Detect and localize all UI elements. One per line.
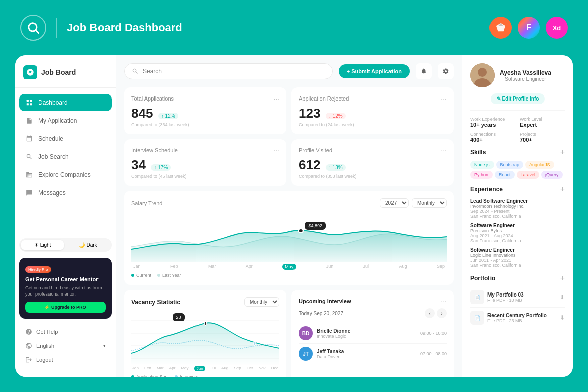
period-select[interactable]: MonthlyWeekly [412, 198, 447, 208]
logo[interactable] [20, 15, 46, 41]
interview-avatar-1: JT [299, 347, 313, 361]
pstat-work-level: Work Level Expert [520, 117, 565, 128]
get-help-link[interactable]: Get Help [19, 325, 112, 339]
sketch-icon[interactable] [489, 17, 512, 39]
page-title: Job Board Dashboard [67, 21, 182, 34]
skills-add-btn[interactable]: + [560, 148, 565, 157]
stat-menu-3[interactable]: ··· [441, 146, 447, 154]
skill-react: React [495, 171, 515, 179]
vacancy-chart: 28 [131, 311, 279, 366]
dashboard-icon [25, 99, 33, 107]
vacancy-interview-row: Vacancy Statistic MonthlyWeekly [124, 290, 454, 377]
sidebar-label-schedule: Schedule [38, 135, 63, 142]
profile-section: Ayesha Vassilieva Software Engineer ✎ Ed… [470, 63, 565, 111]
vacancy-tooltip: 28 [173, 313, 185, 321]
interview-nav: ‹ › [425, 308, 447, 318]
interview-menu[interactable]: ··· [441, 297, 447, 305]
experience-add-btn[interactable]: + [560, 185, 565, 194]
skill-nodejs: Node.js [470, 161, 494, 169]
stat-application-rejected: Application Rejected ··· 123 ↓ 12% Compa… [291, 87, 454, 134]
stat-value-1: 123 [299, 106, 320, 121]
figma-icon[interactable]: F [518, 17, 540, 39]
chevron-down-icon: ▾ [103, 343, 106, 348]
logout-link[interactable]: Logout [19, 353, 112, 367]
search-wrap[interactable] [124, 63, 333, 79]
portfolio-icon-0: 📄 [470, 290, 484, 304]
interview-avatar-0: BD [299, 326, 313, 340]
portfolio-item-0: 📄 My Portfolio 03 File PDF · 10 MB ⬇ [470, 287, 565, 308]
experience-list: Lead Software Engineer Invormoon Technol… [470, 198, 565, 268]
brand-icon [23, 65, 37, 79]
pstat-projects: Projects 700+ [520, 132, 565, 143]
portfolio-info-0: My Portfolio 03 File PDF · 10 MB [487, 292, 560, 303]
profile-role: Software Engineer [500, 76, 551, 82]
sidebar-item-explore-companies[interactable]: Explore Companies [19, 166, 112, 183]
svg-rect-7 [27, 103, 29, 105]
stat-title-0: Total Applications [131, 95, 174, 102]
skill-angularjs: AngularJS [525, 161, 554, 169]
salary-chart-legend: Current Last Year [131, 273, 447, 278]
sidebar-item-dashboard[interactable]: Dashboard [19, 94, 112, 111]
submit-application-button[interactable]: + Submit Application [339, 64, 410, 78]
edit-profile-btn[interactable]: ✎ Edit Profile Info [491, 93, 545, 104]
stat-menu-2[interactable]: ··· [273, 146, 279, 154]
right-panel: Ayesha Vassilieva Software Engineer ✎ Ed… [462, 55, 573, 377]
sidebar-label-dashboard: Dashboard [38, 99, 68, 106]
prev-btn[interactable]: ‹ [425, 308, 435, 318]
sidebar-footer: Get Help English ▾ Logout [15, 325, 116, 367]
companies-icon [25, 171, 33, 179]
svg-rect-8 [30, 103, 32, 105]
sidebar-item-job-search[interactable]: Job Search [19, 148, 112, 165]
pstat-connections: Connections 400+ [470, 132, 516, 143]
portfolio-add-btn[interactable]: + [560, 274, 565, 283]
portfolio-title: Portfolio [470, 275, 495, 282]
upgrade-btn[interactable]: ⚡ Upgrade to PRO [25, 302, 106, 313]
settings-icon[interactable] [438, 63, 454, 79]
next-btn[interactable]: › [437, 308, 447, 318]
interview-date: Today Sep 20, 2027 [299, 311, 343, 316]
exp-item-1: Software Engineer Precision Bytes Aug 20… [470, 223, 565, 243]
svg-rect-6 [30, 100, 32, 102]
portfolio-info-1: Recent Century Portfolio File PDF · 23 M… [487, 313, 560, 323]
language-selector[interactable]: English ▾ [19, 339, 112, 353]
skills-header: Skills + [470, 148, 565, 157]
search-input[interactable] [143, 68, 325, 75]
exp-item-2: Software Engineer Logic Line Innovations… [470, 247, 565, 268]
promo-badge: Hiredly Pro [25, 266, 51, 273]
xd-icon[interactable]: Xd [546, 17, 568, 39]
stat-total-applications: Total Applications ··· 845 ↑ 12% Compare… [124, 87, 286, 134]
middle-panel: + Submit Application Total Applications … [116, 55, 462, 377]
stat-badge-0: ↑ 12% [158, 113, 178, 119]
vacancy-title: Vacancy Statistic [131, 299, 180, 306]
portfolio-download-0[interactable]: ⬇ [560, 293, 565, 301]
portfolio-download-1[interactable]: ⬇ [560, 314, 565, 321]
stat-menu-1[interactable]: ··· [441, 94, 447, 103]
interview-title: Upcoming Interview [299, 298, 351, 304]
stat-compare-2: Compared to (45 last week) [131, 174, 279, 179]
portfolio-icon-1: 📄 [470, 311, 484, 325]
top-bar: Job Board Dashboard F Xd [0, 0, 588, 55]
promo-card: Hiredly Pro Get Personal Career Mentor G… [19, 258, 112, 319]
sidebar-item-schedule[interactable]: Schedule [19, 130, 112, 147]
search-bar-row: + Submit Application [124, 63, 454, 79]
messages-icon [25, 189, 33, 197]
stat-badge-1: ↓ 12% [326, 113, 346, 119]
theme-toggle: ☀ Light 🌙 Dark [19, 238, 112, 252]
sidebar-label-job-search: Job Search [38, 153, 69, 160]
salary-chart-card: Salary Trend 20272026 MonthlyWeekly [124, 191, 454, 285]
promo-title: Get Personal Career Mentor [25, 276, 106, 283]
svg-point-15 [254, 341, 256, 345]
vacancy-legend: Application Sent Interview [131, 374, 279, 377]
vacancy-period-select[interactable]: MonthlyWeekly [244, 297, 279, 307]
upcoming-interview-card: Upcoming Interview ··· Today Sep 20, 202… [291, 290, 454, 377]
skill-python: Python [470, 171, 493, 179]
dark-theme-btn[interactable]: 🌙 Dark [66, 240, 110, 250]
sidebar-item-messages[interactable]: Messages [19, 184, 112, 202]
year-select[interactable]: 20272026 [380, 198, 409, 208]
stat-interview-schedule: Interview Schedule ··· 34 ↑ 17% Compared… [124, 139, 286, 186]
light-theme-btn[interactable]: ☀ Light [21, 240, 64, 250]
notification-icon[interactable] [416, 63, 432, 79]
sidebar-item-my-application[interactable]: My Application [19, 112, 112, 129]
portfolio-list: 📄 My Portfolio 03 File PDF · 10 MB ⬇ 📄 R… [470, 287, 565, 328]
stat-menu-0[interactable]: ··· [273, 94, 279, 103]
